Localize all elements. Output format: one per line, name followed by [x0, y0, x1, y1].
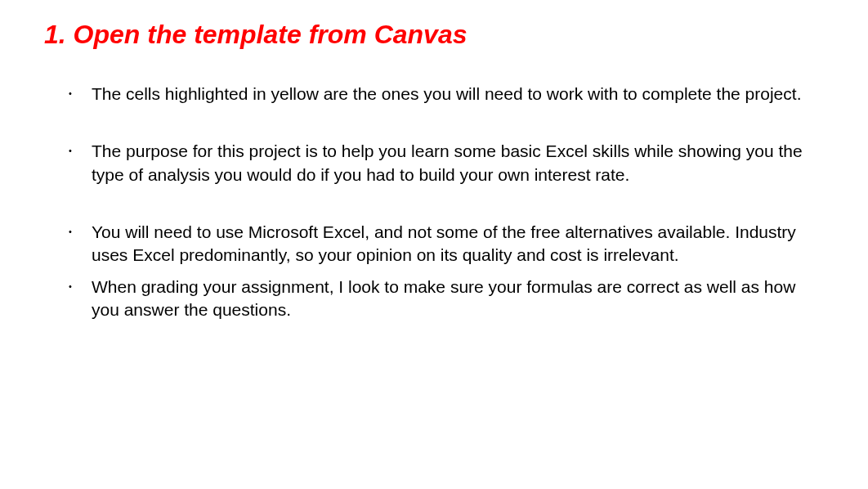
list-item: The purpose for this project is to help … [67, 140, 819, 186]
list-item: When grading your assignment, I look to … [67, 276, 819, 322]
bullet-list: The cells highlighted in yellow are the … [44, 83, 819, 321]
page-heading: 1. Open the template from Canvas [44, 20, 819, 50]
list-item: You will need to use Microsoft Excel, an… [67, 221, 819, 267]
list-item: The cells highlighted in yellow are the … [67, 83, 819, 105]
